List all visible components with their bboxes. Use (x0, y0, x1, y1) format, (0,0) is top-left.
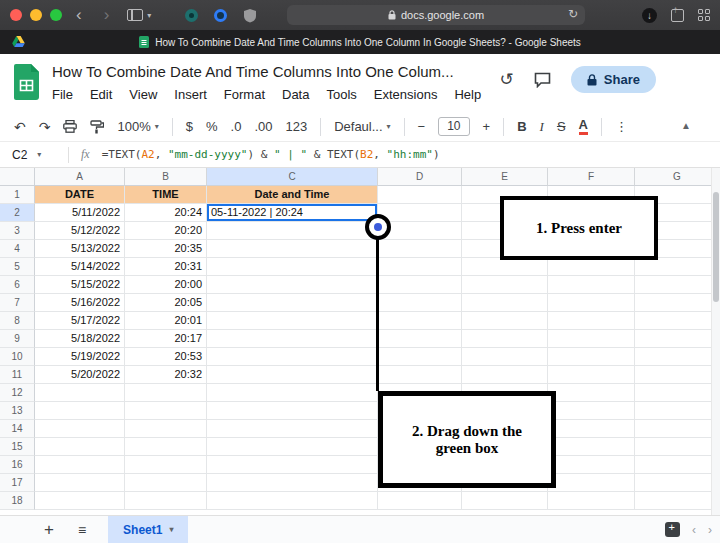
menu-extensions[interactable]: Extensions (374, 87, 438, 102)
cell-B9[interactable]: 20:17 (125, 330, 207, 348)
cell-A12[interactable] (35, 384, 125, 402)
cell-E7[interactable] (462, 294, 548, 312)
text-color-button[interactable]: A (579, 118, 588, 135)
decrease-font-size-button[interactable]: − (418, 119, 426, 134)
cell-G12[interactable] (635, 384, 720, 402)
cell-F12[interactable] (548, 384, 635, 402)
extension-icon-teal[interactable] (185, 9, 198, 22)
cell-C11[interactable] (207, 366, 378, 384)
row-header-7[interactable]: 7 (0, 294, 35, 312)
cell-F18[interactable] (548, 492, 635, 510)
cell-B3[interactable]: 20:20 (125, 222, 207, 240)
cell-C12[interactable] (207, 384, 378, 402)
menu-help[interactable]: Help (454, 87, 481, 102)
drive-logo-icon[interactable] (12, 36, 25, 47)
row-header-14[interactable]: 14 (0, 420, 35, 438)
cell-G16[interactable] (635, 456, 720, 474)
cell-G8[interactable] (635, 312, 720, 330)
bold-button[interactable]: B (517, 119, 526, 134)
cell-B14[interactable] (125, 420, 207, 438)
tab-overview-icon[interactable] (698, 9, 710, 21)
row-header-15[interactable]: 15 (0, 438, 35, 456)
cell-A8[interactable]: 5/17/2022 (35, 312, 125, 330)
cell-E8[interactable] (462, 312, 548, 330)
paint-format-icon[interactable] (90, 120, 104, 134)
row-header-6[interactable]: 6 (0, 276, 35, 294)
cell-C10[interactable] (207, 348, 378, 366)
cell-C6[interactable] (207, 276, 378, 294)
cell-B10[interactable]: 20:53 (125, 348, 207, 366)
cell-F11[interactable] (548, 366, 635, 384)
cell-C15[interactable] (207, 438, 378, 456)
row-header-11[interactable]: 11 (0, 366, 35, 384)
cell-F14[interactable] (548, 420, 635, 438)
extension-icon-blue[interactable] (214, 9, 227, 22)
cell-A11[interactable]: 5/20/2022 (35, 366, 125, 384)
menu-insert[interactable]: Insert (174, 87, 207, 102)
cell-G14[interactable] (635, 420, 720, 438)
row-header-9[interactable]: 9 (0, 330, 35, 348)
cell-G11[interactable] (635, 366, 720, 384)
col-header-B[interactable]: B (125, 168, 207, 186)
cell-A4[interactable]: 5/13/2022 (35, 240, 125, 258)
cell-D2[interactable] (378, 204, 462, 222)
cell-A7[interactable]: 5/16/2022 (35, 294, 125, 312)
cell-D1[interactable] (378, 186, 462, 204)
document-title[interactable]: How To Combine Date And Time Columns Int… (52, 63, 454, 80)
print-icon[interactable] (63, 120, 77, 133)
cell-F9[interactable] (548, 330, 635, 348)
sidebar-toggle[interactable]: ▾ (127, 9, 151, 21)
forward-button[interactable]: › (96, 0, 118, 30)
cell-B7[interactable]: 20:05 (125, 294, 207, 312)
col-header-A[interactable]: A (35, 168, 125, 186)
cell-B6[interactable]: 20:00 (125, 276, 207, 294)
cell-G9[interactable] (635, 330, 720, 348)
row-header-17[interactable]: 17 (0, 474, 35, 492)
menu-edit[interactable]: Edit (90, 87, 112, 102)
increase-decimal-button[interactable]: .00 (254, 119, 272, 134)
cell-F5[interactable] (548, 258, 635, 276)
cell-C5[interactable] (207, 258, 378, 276)
name-box[interactable]: C2 ▾ (0, 148, 68, 162)
cell-G5[interactable] (635, 258, 720, 276)
cell-A15[interactable] (35, 438, 125, 456)
strikethrough-button[interactable]: S (557, 119, 566, 134)
cell-B2[interactable]: 20:24 (125, 204, 207, 222)
cell-C4[interactable] (207, 240, 378, 258)
cell-E9[interactable] (462, 330, 548, 348)
col-header-F[interactable]: F (548, 168, 635, 186)
zoom-select[interactable]: 100% ▾ (117, 119, 158, 134)
browser-tab[interactable]: How To Combine Date And Time Columns Int… (139, 36, 581, 48)
formula-text[interactable]: =TEXT(A2, "mm-dd-yyyy") & " | " & TEXT(B… (102, 148, 440, 161)
menu-tools[interactable]: Tools (326, 87, 356, 102)
cell-A17[interactable] (35, 474, 125, 492)
cell-D4[interactable] (378, 240, 462, 258)
cell-F17[interactable] (548, 474, 635, 492)
fill-handle-dot[interactable] (374, 223, 382, 231)
cell-C17[interactable] (207, 474, 378, 492)
row-header-10[interactable]: 10 (0, 348, 35, 366)
cell-A3[interactable]: 5/12/2022 (35, 222, 125, 240)
menu-file[interactable]: File (52, 87, 73, 102)
cell-B11[interactable]: 20:32 (125, 366, 207, 384)
back-button[interactable]: ‹ (68, 0, 90, 30)
currency-format-button[interactable]: $ (186, 119, 193, 134)
cell-B1[interactable]: TIME (125, 186, 207, 204)
cell-F8[interactable] (548, 312, 635, 330)
cell-A14[interactable] (35, 420, 125, 438)
row-header-4[interactable]: 4 (0, 240, 35, 258)
reload-icon[interactable]: ↻ (568, 7, 578, 21)
cell-D18[interactable] (378, 492, 462, 510)
cell-D10[interactable] (378, 348, 462, 366)
cell-C14[interactable] (207, 420, 378, 438)
cell-A5[interactable]: 5/14/2022 (35, 258, 125, 276)
row-header-13[interactable]: 13 (0, 402, 35, 420)
scrollbar-thumb[interactable] (713, 192, 719, 302)
cell-E11[interactable] (462, 366, 548, 384)
cell-A18[interactable] (35, 492, 125, 510)
cell-D8[interactable] (378, 312, 462, 330)
cell-C3[interactable] (207, 222, 378, 240)
row-header-8[interactable]: 8 (0, 312, 35, 330)
cell-F15[interactable] (548, 438, 635, 456)
cell-C1[interactable]: Date and Time (207, 186, 378, 204)
